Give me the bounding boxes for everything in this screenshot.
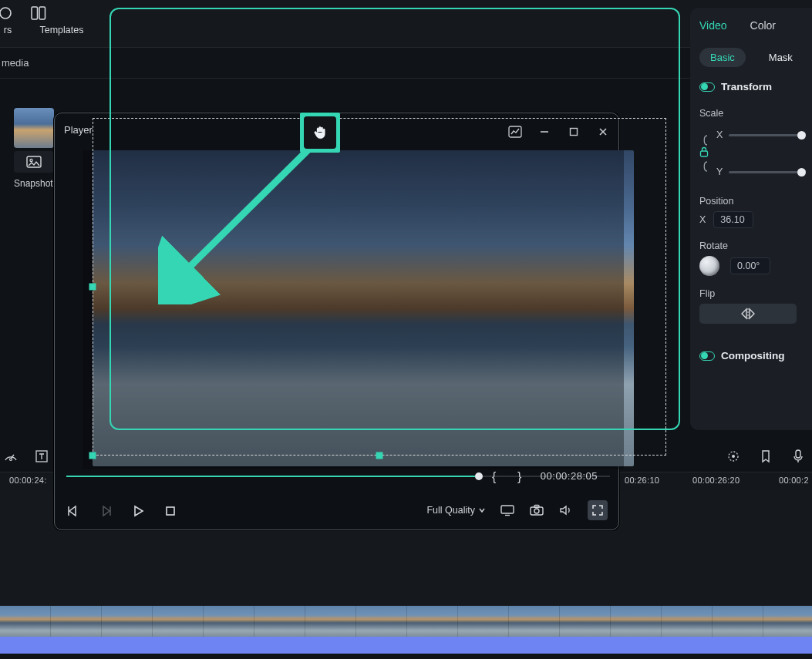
player-title: Player	[64, 124, 93, 136]
ruler-tick: 00:00:24:	[9, 476, 47, 485]
rotate-label: Rotate	[699, 240, 803, 251]
brace-open[interactable]: {	[492, 470, 496, 484]
panel-tabs: Video Color	[690, 8, 812, 43]
tab-video[interactable]: Video	[699, 19, 727, 32]
svg-point-26	[732, 455, 735, 458]
scale-x-slider[interactable]	[729, 134, 803, 136]
preview-viewport[interactable]	[66, 150, 608, 469]
clip-thumb	[305, 606, 356, 637]
rotate-knob[interactable]	[699, 256, 719, 276]
svg-rect-14	[501, 506, 514, 513]
svg-rect-20	[701, 151, 708, 156]
clip-thumb	[204, 606, 254, 637]
subtab-mask[interactable]: Mask	[758, 48, 804, 67]
scrub-knob[interactable]	[475, 472, 483, 480]
fullscreen-icon[interactable]	[588, 500, 608, 520]
toolbar-item-templates[interactable]: Templates	[31, 5, 93, 35]
selection-handle-bl[interactable]	[89, 452, 96, 459]
ruler-tick: 00:00:2	[779, 476, 809, 485]
svg-rect-2	[39, 7, 45, 19]
thumbnail-image	[14, 108, 54, 148]
gauge-icon[interactable]	[3, 449, 19, 464]
selection-handle-bottom[interactable]	[376, 452, 383, 459]
svg-rect-27	[796, 450, 800, 458]
hand-icon	[312, 124, 329, 141]
section-compositing[interactable]: Compositing	[690, 344, 812, 368]
scale-lock-row	[699, 146, 803, 157]
clip-thumb	[763, 606, 812, 637]
tab-color[interactable]: Color	[750, 19, 776, 32]
link-top-icon	[699, 123, 710, 146]
toolbar-item-partial[interactable]: rs	[0, 5, 17, 35]
svg-point-7	[30, 159, 32, 161]
clip-thumb	[356, 606, 407, 637]
svg-point-0	[0, 8, 11, 18]
player-controls-right: Full Quality	[426, 500, 608, 520]
next-frame-icon	[98, 503, 113, 519]
subtab-basic[interactable]: Basic	[699, 48, 746, 67]
clip-thumb	[509, 606, 560, 637]
clip-thumb	[407, 606, 458, 637]
play-icon[interactable]	[130, 503, 146, 519]
svg-rect-1	[32, 7, 38, 19]
scrub-bar[interactable]: { } 00:00:28:05	[66, 468, 610, 485]
svg-rect-18	[534, 506, 539, 508]
clip-thumb	[713, 606, 763, 637]
chevron-down-icon	[478, 506, 486, 514]
axis-x-label: X	[716, 129, 723, 140]
clip-thumb	[662, 606, 713, 637]
position-x-value[interactable]: 36.10	[713, 211, 753, 228]
audio-track[interactable]	[0, 637, 812, 654]
volume-icon[interactable]	[558, 503, 574, 518]
snapshot-thumb[interactable]: Snapshot	[14, 108, 60, 190]
ruler-tick: 00:26:10	[625, 476, 659, 485]
scale-y-row: Y	[699, 160, 803, 183]
clip-thumb	[153, 606, 204, 637]
selection-handle-left[interactable]	[89, 284, 96, 291]
clip-thumb-strip[interactable]	[0, 606, 812, 637]
svg-point-17	[534, 509, 539, 513]
display-icon[interactable]	[500, 503, 515, 518]
mic-icon[interactable]	[790, 449, 806, 464]
color-wheel-icon[interactable]	[726, 449, 741, 464]
text-frame-icon[interactable]	[34, 449, 49, 464]
media-label: media	[2, 57, 29, 69]
lock-icon[interactable]	[699, 146, 709, 157]
quality-label: Full Quality	[426, 505, 475, 516]
circle-icon	[0, 6, 17, 20]
clip-thumb	[560, 606, 611, 637]
scrub-fill	[66, 476, 475, 477]
section-transform[interactable]: Transform	[690, 75, 812, 99]
camera-icon[interactable]	[529, 503, 544, 518]
flip-horizontal-icon	[740, 308, 756, 320]
scale-x-row: X	[699, 123, 803, 146]
toggle-icon[interactable]	[699, 351, 715, 361]
player-controls-left	[66, 503, 178, 519]
flip-horizontal-button[interactable]	[699, 304, 797, 324]
photo-icon	[14, 151, 54, 173]
templates-icon	[31, 6, 93, 20]
position-label: Position	[699, 196, 803, 207]
position-x-label: X	[699, 214, 706, 225]
properties-panel: Video Color Basic Mask A Transform Scale…	[690, 8, 812, 430]
clip-thumb	[611, 606, 662, 637]
axis-y-label: Y	[716, 166, 723, 177]
rotate-value[interactable]: 0.00°	[730, 257, 770, 274]
clip-thumb	[0, 606, 51, 637]
scale-y-slider[interactable]	[729, 171, 803, 173]
toolbar-label: rs	[4, 25, 12, 35]
position-row: X 36.10	[699, 211, 803, 228]
bookmark-icon[interactable]	[758, 449, 773, 464]
clip-thumb	[102, 606, 153, 637]
stop-icon[interactable]	[163, 503, 178, 519]
hand-tool-highlight[interactable]	[300, 113, 340, 153]
flip-label: Flip	[699, 288, 803, 299]
ruler-tick: 00:00:26:20	[692, 476, 740, 485]
toggle-icon[interactable]	[699, 82, 715, 92]
link-bottom-icon	[699, 160, 710, 183]
brace-close[interactable]: }	[517, 470, 521, 484]
quality-select[interactable]: Full Quality	[426, 505, 486, 516]
selection-box[interactable]	[93, 118, 666, 456]
end-time: 00:00:28:05	[541, 470, 598, 482]
prev-frame-icon[interactable]	[66, 503, 81, 519]
